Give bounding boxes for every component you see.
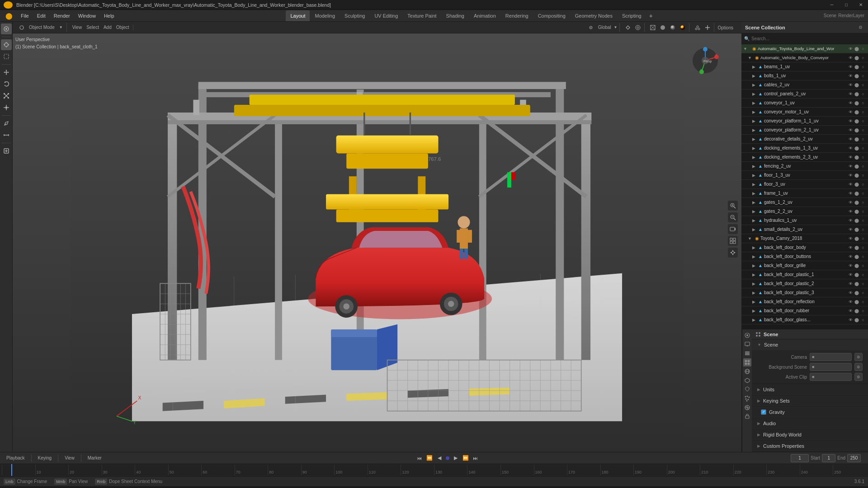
- grid-view-btn[interactable]: [728, 236, 738, 246]
- measure-tool[interactable]: [1, 130, 12, 141]
- workspace-tab-scripting[interactable]: Scripting: [618, 10, 646, 21]
- outliner-item-door-buttons[interactable]: ▶ ▲ back_left_door_buttons 👁⬤○: [741, 252, 868, 261]
- object-menu[interactable]: Object: [114, 25, 131, 30]
- keying-sets-header[interactable]: ▶ Keying Sets: [752, 395, 868, 406]
- add-object-tool[interactable]: [1, 145, 12, 156]
- object-mode-icon[interactable]: [17, 23, 26, 32]
- prop-constraints-icon[interactable]: [743, 413, 751, 421]
- rendered-btn[interactable]: [678, 23, 687, 32]
- units-section-header[interactable]: ▶ Units: [752, 384, 868, 395]
- bg-scene-browse-btn[interactable]: ⊕: [854, 363, 863, 371]
- transform-tool[interactable]: [1, 102, 12, 113]
- workspace-tab-animation[interactable]: Animation: [469, 10, 500, 21]
- outliner-item-gates-1[interactable]: ▶ ▲ gates_1_2_uv 👁⬤○: [741, 198, 868, 207]
- proportional-icon[interactable]: [633, 23, 642, 32]
- view-menu[interactable]: View: [71, 25, 84, 30]
- view-menu-tl[interactable]: View: [62, 455, 77, 461]
- menu-edit[interactable]: Edit: [33, 12, 49, 19]
- gravity-row[interactable]: ✓ Gravity: [752, 407, 868, 418]
- outliner-item-frame[interactable]: ▶ ▲ frame_1_uv 👁⬤○: [741, 189, 868, 198]
- prop-modifier-icon[interactable]: [743, 385, 751, 394]
- window-controls[interactable]: ─ □ ✕: [825, 0, 868, 10]
- maximize-button[interactable]: □: [839, 0, 854, 10]
- workspace-tab-geometry[interactable]: Geometry Nodes: [571, 10, 617, 21]
- outliner-item-conveyor-collection[interactable]: ▼ ◉ Automatic_Vehicle_Body_Conveyor 👁 ⬤ …: [741, 53, 868, 62]
- workspace-tab-shading[interactable]: Shading: [442, 10, 469, 21]
- playback-menu[interactable]: Playback: [4, 455, 28, 461]
- outliner-item-door-body[interactable]: ▶ ▲ back_left_door_body 👁⬤○: [741, 243, 868, 252]
- move-tool[interactable]: [1, 67, 12, 78]
- workspace-tab-rendering[interactable]: Rendering: [501, 10, 533, 21]
- outliner-item-door-plastic-3[interactable]: ▶ ▲ back_left_door_plastic_3 👁⬤○: [741, 288, 868, 297]
- prop-particles-icon[interactable]: [743, 394, 751, 403]
- camera-value[interactable]: ■: [810, 353, 852, 361]
- outliner-item-camry-collection[interactable]: ▼ ◉ Toyota_Camry_2018 👁⬤○: [741, 234, 868, 243]
- outliner-item-docking-1[interactable]: ▶ ▲ docking_elements_1_3_uv 👁⬤○: [741, 144, 868, 153]
- overlays-btn[interactable]: [693, 23, 702, 32]
- step-forward-btn[interactable]: ⏩: [461, 454, 470, 463]
- prop-view-layer-icon[interactable]: [743, 349, 751, 357]
- mode-select-button[interactable]: [1, 23, 12, 34]
- workspace-tab-texture[interactable]: Texture Paint: [403, 10, 441, 21]
- outliner-item-floor-2[interactable]: ▶ ▲ floor_3_uv 👁⬤○: [741, 180, 868, 189]
- camera-browse-btn[interactable]: ⊕: [854, 353, 863, 361]
- scale-tool[interactable]: [1, 90, 12, 101]
- navigate-btn[interactable]: [728, 248, 738, 258]
- outliner-filter-btn[interactable]: ⚙: [856, 23, 864, 32]
- marker-menu[interactable]: Marker: [85, 455, 104, 461]
- add-menu[interactable]: Add: [102, 25, 113, 30]
- zoom-out-btn[interactable]: [728, 212, 738, 222]
- outliner-item-cables[interactable]: ▶ ▲ cables_2_uv 👁⬤○: [741, 80, 868, 89]
- rigid-body-header[interactable]: ▶ Rigid Body World: [752, 429, 868, 440]
- custom-props-header[interactable]: ▶ Custom Properties: [752, 441, 868, 451]
- minimize-button[interactable]: ─: [825, 0, 839, 10]
- start-frame-input[interactable]: 1: [822, 454, 835, 462]
- outliner-item-door-plastic-1[interactable]: ▶ ▲ back_left_door_plastic_1 👁⬤○: [741, 270, 868, 279]
- workspace-tab-sculpting[interactable]: Sculpting: [340, 10, 369, 21]
- prop-object-icon[interactable]: [743, 376, 751, 385]
- menu-window[interactable]: Window: [75, 12, 99, 19]
- outliner-item-small-details[interactable]: ▶ ▲ small_details_2_uv 👁⬤○: [741, 225, 868, 234]
- outliner-item-door-grille[interactable]: ▶ ▲ back_left_door_grille 👁⬤○: [741, 261, 868, 270]
- workspace-add-button[interactable]: +: [646, 12, 656, 19]
- global-label[interactable]: Global: [596, 25, 613, 30]
- prop-world-icon[interactable]: [743, 367, 751, 375]
- outliner-item-floor-1[interactable]: ▶ ▲ floor_1_3_uv 👁⬤○: [741, 171, 868, 180]
- options-button[interactable]: Options: [716, 25, 735, 30]
- workspace-tab-layout[interactable]: Layout: [286, 10, 310, 21]
- mode-dropdown-icon[interactable]: ▼: [57, 25, 65, 29]
- outliner-item-root[interactable]: ▼ ◉ Automatic_Toyota_Body_Line_and_Wor 👁…: [741, 44, 868, 53]
- active-clip-browse-btn[interactable]: ⊕: [854, 373, 863, 381]
- outliner-item-bolts[interactable]: ▶ ▲ bolts_1_uv 👁⬤○: [741, 71, 868, 80]
- navigation-gizmo[interactable]: X Y Z Persp: [692, 47, 719, 74]
- outliner-search-input[interactable]: [751, 36, 865, 41]
- outliner-item-conveyor[interactable]: ▶ ▲ conveyor_1_uv 👁⬤○: [741, 99, 868, 108]
- prop-output-icon[interactable]: [743, 340, 751, 348]
- close-button[interactable]: ✕: [854, 0, 868, 10]
- workspace-tab-compositing[interactable]: Compositing: [533, 10, 570, 21]
- gizmos-btn[interactable]: [703, 23, 712, 32]
- outliner-item-gates-2[interactable]: ▶ ▲ gates_2_2_uv 👁⬤○: [741, 207, 868, 216]
- outliner-item-door-plastic-2[interactable]: ▶ ▲ back_left_door_plastic_2 👁⬤○: [741, 279, 868, 288]
- rotate-tool[interactable]: [1, 79, 12, 89]
- solid-btn[interactable]: [658, 23, 667, 32]
- outliner-item-conveyor-motor[interactable]: ▶ ▲ conveyor_motor_1_uv 👁⬤○: [741, 108, 868, 117]
- prop-render-icon[interactable]: [743, 331, 751, 339]
- prop-physics-icon[interactable]: [743, 404, 751, 412]
- jump-start-btn[interactable]: ⏮: [415, 454, 424, 463]
- outliner-item-beams[interactable]: ▶ ▲ beams_1_uv 👁⬤○: [741, 62, 868, 71]
- outliner-item-fencing[interactable]: ▶ ▲ fencing_2_uv 👁⬤○: [741, 162, 868, 171]
- camera-view-btn[interactable]: [728, 224, 738, 234]
- outliner-item-conveyor-plat-2[interactable]: ▶ ▲ conveyor_platform_2_1_uv 👁⬤○: [741, 126, 868, 135]
- select-menu[interactable]: Select: [85, 25, 101, 30]
- outliner-item-door-reflection[interactable]: ▶ ▲ back_left_door_reflection 👁⬤○: [741, 297, 868, 306]
- select-tool[interactable]: [1, 51, 12, 62]
- menu-render[interactable]: Render: [50, 12, 74, 19]
- menu-blender[interactable]: ⬤: [2, 11, 16, 20]
- outliner-item-decorative[interactable]: ▶ ▲ decorative_details_2_uv 👁⬤○: [741, 135, 868, 144]
- menu-file[interactable]: File: [17, 12, 33, 19]
- outliner-item-door-glass[interactable]: ▶ ▲ back_left_door_glass... 👁⬤○: [741, 315, 868, 324]
- outliner-item-hydraulics[interactable]: ▶ ▲ hydraulics_1_uv 👁⬤○: [741, 216, 868, 225]
- jump-end-btn[interactable]: ⏭: [471, 454, 480, 463]
- step-back-btn[interactable]: ⏪: [425, 454, 434, 463]
